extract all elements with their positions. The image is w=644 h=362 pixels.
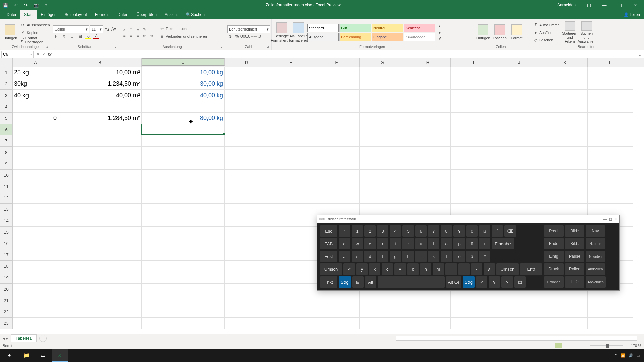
normal-view-icon[interactable] xyxy=(555,343,562,348)
cell[interactable] xyxy=(268,158,314,170)
osk-key[interactable]: p xyxy=(453,238,465,249)
ribbon-tab-start[interactable]: Start xyxy=(20,10,37,19)
increase-decimal-icon[interactable]: .0→ xyxy=(248,33,254,39)
align-top-icon[interactable]: ⌅ xyxy=(121,26,127,32)
cell[interactable] xyxy=(225,170,268,181)
cell[interactable] xyxy=(496,306,542,318)
osk-key[interactable]: c xyxy=(382,263,393,275)
cell[interactable] xyxy=(268,227,314,238)
osk-key[interactable]: h xyxy=(402,251,414,262)
cell[interactable] xyxy=(225,124,268,135)
cell[interactable] xyxy=(314,158,360,170)
cell[interactable] xyxy=(225,90,268,101)
increase-font-icon[interactable]: A▴ xyxy=(104,26,110,32)
sort-filter-button[interactable]: Sortieren und Filtern xyxy=(562,21,578,44)
osk-key[interactable]: 8 xyxy=(441,225,452,237)
taskbar-app-explorer[interactable]: 📁 xyxy=(18,349,34,362)
cell[interactable] xyxy=(268,170,314,181)
cell[interactable] xyxy=(451,204,496,215)
osk-key[interactable]: f xyxy=(377,251,388,262)
cell[interactable] xyxy=(13,318,58,329)
cell[interactable] xyxy=(496,78,542,90)
cell[interactable] xyxy=(360,90,405,101)
cell[interactable] xyxy=(225,238,268,249)
row-header[interactable]: 7 xyxy=(0,135,13,147)
cell[interactable] xyxy=(542,147,588,158)
cell-style-option[interactable]: Standard xyxy=(307,24,339,32)
cell[interactable] xyxy=(268,147,314,158)
cell[interactable] xyxy=(142,284,225,295)
cell[interactable] xyxy=(360,135,405,147)
cell[interactable] xyxy=(496,170,542,181)
cell[interactable] xyxy=(225,318,268,329)
dialog-launcher-icon[interactable]: ◢ xyxy=(266,45,269,49)
row-header[interactable]: 13 xyxy=(0,204,13,215)
cut-button[interactable]: ✂Ausschneiden xyxy=(18,21,51,28)
osk-minimize-icon[interactable]: — xyxy=(603,217,607,221)
cell[interactable] xyxy=(268,78,314,90)
cell[interactable] xyxy=(225,204,268,215)
row-header[interactable]: 2 xyxy=(0,78,13,90)
cell-style-option[interactable]: Erklärender … xyxy=(404,33,435,41)
cell[interactable] xyxy=(451,192,496,204)
ribbon-tab-seitenlayout[interactable]: Seitenlayout xyxy=(61,10,91,19)
osk-key[interactable]: ß xyxy=(479,225,490,237)
cell[interactable] xyxy=(496,192,542,204)
cell[interactable] xyxy=(142,306,225,318)
cell[interactable] xyxy=(58,158,142,170)
row-header[interactable]: 18 xyxy=(0,261,13,272)
row-header[interactable]: 16 xyxy=(0,238,13,249)
paste-button[interactable]: Einfügen xyxy=(2,21,18,44)
cell[interactable] xyxy=(496,90,542,101)
cell[interactable] xyxy=(360,192,405,204)
cell[interactable] xyxy=(496,158,542,170)
cell[interactable] xyxy=(58,227,142,238)
cell[interactable] xyxy=(542,101,588,113)
cell[interactable] xyxy=(542,295,588,306)
osk-key[interactable]: Alt Gr xyxy=(446,276,461,288)
cell[interactable] xyxy=(360,318,405,329)
cell[interactable] xyxy=(142,181,225,192)
osk-side-key[interactable]: N. unten xyxy=(586,251,605,262)
cell[interactable] xyxy=(405,124,451,135)
osk-key[interactable]: Strg xyxy=(463,276,475,288)
cell[interactable] xyxy=(268,192,314,204)
cell[interactable] xyxy=(314,318,360,329)
sheet-nav-next-icon[interactable]: ▸ xyxy=(6,336,8,341)
cell[interactable] xyxy=(58,101,142,113)
system-tray[interactable]: ˄ 📶 🔊 ▭ xyxy=(615,353,643,358)
save-icon[interactable]: 💾 xyxy=(3,2,9,8)
cell[interactable]: 30,00 kg xyxy=(142,78,225,90)
cell[interactable] xyxy=(542,181,588,192)
osk-side-key[interactable]: Bild↑ xyxy=(565,225,584,237)
cell[interactable] xyxy=(13,181,58,192)
cell[interactable] xyxy=(496,113,542,124)
cell[interactable] xyxy=(58,306,142,318)
cell[interactable] xyxy=(13,295,58,306)
osk-side-key[interactable]: Abblenden xyxy=(586,276,606,288)
cell[interactable] xyxy=(314,295,360,306)
cell[interactable] xyxy=(314,181,360,192)
column-header[interactable]: G xyxy=(360,58,405,67)
osk-key[interactable]: y xyxy=(356,263,368,275)
cell[interactable] xyxy=(451,318,496,329)
osk-key[interactable]: Esc xyxy=(320,225,337,237)
orientation-icon[interactable]: ⟲ xyxy=(142,26,148,32)
osk-side-key[interactable]: Rollen xyxy=(565,263,584,275)
cell[interactable] xyxy=(225,249,268,261)
osk-key[interactable]: 0 xyxy=(466,225,478,237)
font-family-select[interactable]: Calibri▾ xyxy=(53,25,89,33)
cell[interactable] xyxy=(314,192,360,204)
align-middle-icon[interactable]: ≡ xyxy=(128,26,134,32)
cell[interactable] xyxy=(142,124,225,135)
cell[interactable] xyxy=(225,215,268,227)
cell[interactable] xyxy=(268,181,314,192)
fx-icon[interactable]: fx xyxy=(48,52,52,57)
cell[interactable] xyxy=(405,192,451,204)
cell[interactable] xyxy=(360,170,405,181)
cell[interactable] xyxy=(405,181,451,192)
cell[interactable]: 40,00 kg xyxy=(142,90,225,101)
cell[interactable] xyxy=(58,261,142,272)
cell[interactable] xyxy=(225,295,268,306)
cell-style-option[interactable]: Gut xyxy=(339,24,371,32)
